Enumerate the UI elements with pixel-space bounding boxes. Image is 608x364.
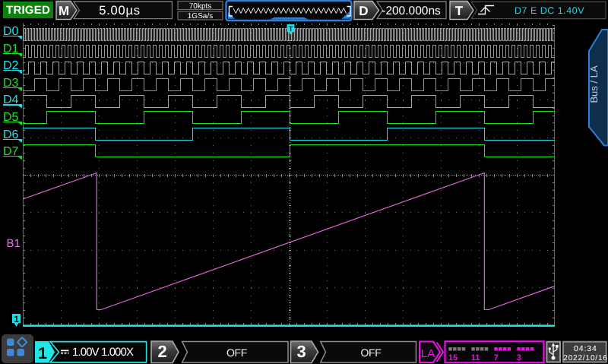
svg-text:3: 3 [517,353,521,362]
svg-text:M: M [59,4,69,18]
svg-text:7: 7 [494,353,499,362]
svg-text:2: 2 [157,342,166,361]
svg-text:T: T [289,25,293,33]
svg-text:1: 1 [14,314,19,324]
svg-text:Bus / LA: Bus / LA [588,65,600,103]
svg-text:1GSa/s: 1GSa/s [188,12,213,21]
svg-text:1.00V 1.000X: 1.00V 1.000X [72,346,134,359]
svg-text:T: T [455,4,464,18]
svg-text:TRIGED: TRIGED [6,4,50,17]
svg-text:D7 E DC 1.40V: D7 E DC 1.40V [515,5,584,16]
svg-text:B1: B1 [7,237,21,250]
svg-text:70kpts: 70kpts [189,2,211,11]
svg-text:5.00µs: 5.00µs [99,4,141,17]
svg-text:-200.000ns: -200.000ns [382,5,441,17]
svg-text:15: 15 [448,353,458,362]
svg-text:3: 3 [296,342,306,361]
svg-text:OFF: OFF [226,347,247,359]
svg-text:1: 1 [38,344,47,362]
svg-text:11: 11 [471,353,480,362]
svg-text:OFF: OFF [361,347,382,359]
svg-text:2022/10/16: 2022/10/16 [563,354,608,362]
svg-text:LA: LA [421,347,435,360]
svg-text:04:34: 04:34 [574,344,597,353]
svg-text:D: D [359,4,368,18]
